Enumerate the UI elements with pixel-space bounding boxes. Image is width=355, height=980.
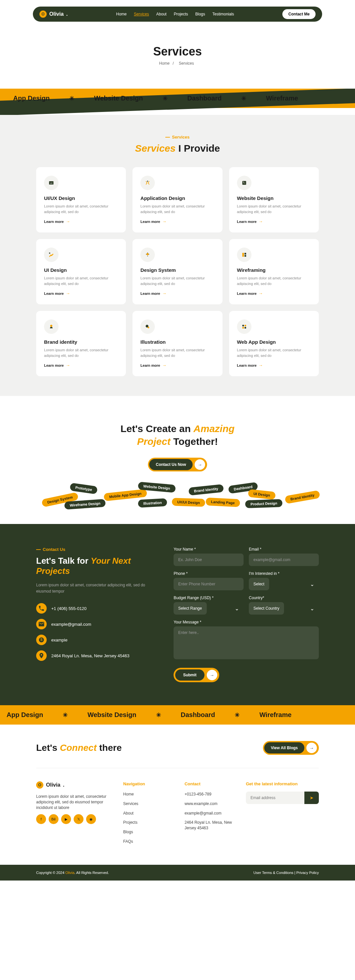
country-select[interactable]: Select Country [249, 602, 284, 615]
contact-desc: Lorem ipsum dolor sit amet, consectetur … [36, 582, 157, 595]
svg-point-13 [147, 327, 149, 328]
card-title: Web App Design [237, 339, 311, 345]
svg-rect-5 [243, 183, 245, 183]
footer-link[interactable]: +0123-456-789 [184, 792, 236, 797]
service-card: Wireframing Lorem ipsum dolor sit amet, … [229, 239, 319, 304]
main-nav: O Olivia. Home Services About Projects B… [33, 6, 322, 22]
twitter-icon[interactable]: 𝕏 [74, 814, 83, 824]
arrow-icon: → [162, 291, 166, 296]
learn-more-link[interactable]: Learn more → [237, 219, 311, 224]
card-title: Brand identity [44, 339, 118, 345]
nav-projects[interactable]: Projects [174, 12, 188, 16]
arrow-icon: → [259, 363, 263, 368]
footer-logo: OOlivia. [36, 781, 114, 789]
copyright-text: Copyright © 2024 Olivia. All Rights Rese… [36, 871, 109, 875]
arrow-icon: → [195, 459, 205, 470]
ribbon-item: Wireframe [266, 95, 298, 102]
email-input[interactable] [249, 554, 319, 566]
learn-more-link[interactable]: Learn more → [237, 363, 311, 368]
phone-icon [36, 603, 47, 614]
view-blogs-button[interactable]: View All Blogs → [263, 741, 319, 755]
interest-label: I'm Interested in * [249, 571, 319, 576]
footer-link[interactable]: www.example.com [184, 801, 236, 807]
learn-more-link[interactable]: Learn more → [140, 291, 214, 296]
arrow-icon: → [66, 291, 70, 296]
name-input[interactable] [174, 554, 243, 566]
instagram-icon[interactable]: ◉ [86, 814, 96, 824]
footer-navigation: Navigation Home Services About Projects … [123, 781, 175, 848]
facebook-icon[interactable]: f [36, 814, 46, 824]
contact-us-button[interactable]: Contact Us Now → [148, 458, 207, 471]
arrow-icon: → [259, 219, 263, 224]
star-icon: ✳ [63, 711, 68, 719]
crumb-sep: / [173, 61, 174, 66]
service-icon: UX [44, 176, 59, 190]
service-card: Brand identity Lorem ipsum dolor sit ame… [36, 311, 126, 376]
budget-select[interactable]: Select Range [174, 602, 207, 615]
footer-link[interactable]: Home [123, 792, 175, 797]
star-icon: ✳ [163, 95, 168, 102]
nav-about[interactable]: About [156, 12, 166, 16]
services-grid: UX UI/UX Design Lorem ipsum dolor sit am… [36, 167, 319, 376]
pill: UI Design [248, 489, 276, 500]
logo[interactable]: O Olivia. [40, 11, 68, 18]
pills-cloud: Design System Prototype Wireframe Design… [36, 481, 319, 511]
svg-rect-4 [243, 182, 244, 183]
footer-newsletter: Get the latest information ➤ [246, 781, 319, 848]
breadcrumb: Home / Services [0, 61, 355, 66]
submit-button[interactable]: Submit → [174, 668, 219, 682]
legal-links: User Terms & Conditions | Privacy Policy [253, 871, 319, 875]
ribbon-item: Website Design [94, 95, 143, 102]
contact-me-button[interactable]: Contact Me [282, 9, 315, 19]
footer-link[interactable]: FAQs [123, 839, 175, 845]
behance-icon[interactable]: Bē [49, 814, 59, 824]
card-title: UI/UX Design [44, 195, 118, 201]
footer-link[interactable]: Blogs [123, 829, 175, 835]
nav-links: Home Services About Projects Blogs Testi… [116, 12, 234, 16]
youtube-icon[interactable]: ▶ [61, 814, 71, 824]
footer-link[interactable]: example@gmail.com [184, 811, 236, 816]
learn-more-link[interactable]: Learn more → [140, 363, 214, 368]
brand-name: Olivia [49, 11, 64, 17]
nav-blogs[interactable]: Blogs [195, 12, 205, 16]
card-desc: Lorem ipsum dolor sit amet, consectetur … [237, 275, 311, 286]
service-icon [237, 248, 251, 262]
message-input[interactable] [174, 627, 319, 659]
footer-link[interactable]: About [123, 811, 175, 816]
footer-link[interactable]: Services [123, 801, 175, 807]
interest-select[interactable]: Select [249, 578, 269, 590]
pill: Product Design [245, 499, 283, 508]
nav-testimonials[interactable]: Testimonials [212, 12, 234, 16]
svg-text:S: S [40, 638, 43, 642]
service-card: UI Design Lorem ipsum dolor sit amet, co… [36, 239, 126, 304]
phone-input[interactable] [174, 578, 243, 590]
learn-more-link[interactable]: Learn more → [44, 219, 118, 224]
learn-more-link[interactable]: Learn more → [140, 219, 214, 224]
star-icon: ✳ [241, 95, 246, 102]
learn-more-link[interactable]: Learn more → [44, 363, 118, 368]
footer-address: 2464 Royal Ln. Mesa, New Jersey 45463 [184, 820, 236, 831]
star-icon: ✳ [156, 711, 161, 719]
svg-text:UX: UX [50, 182, 53, 184]
nav-home[interactable]: Home [116, 12, 126, 16]
newsletter-input[interactable] [246, 792, 304, 804]
arrow-icon: → [259, 291, 263, 296]
learn-more-link[interactable]: Learn more → [44, 291, 118, 296]
newsletter-submit[interactable]: ➤ [304, 792, 319, 804]
social-links: f Bē ▶ 𝕏 ◉ [36, 814, 114, 824]
pill: UX/UI Design [171, 498, 205, 507]
terms-link[interactable]: User Terms & Conditions [253, 871, 293, 875]
arrow-icon: → [162, 363, 166, 368]
arrow-icon: → [207, 670, 217, 680]
privacy-link[interactable]: Privacy Policy [296, 871, 319, 875]
logo-mark-icon: O [40, 11, 47, 18]
connect-title: Let's Connect there [36, 743, 122, 753]
learn-more-link[interactable]: Learn more → [237, 291, 311, 296]
footer-contact: Contact +0123-456-789 www.example.com ex… [184, 781, 236, 848]
service-icon [140, 320, 155, 334]
footer-link[interactable]: Projects [123, 820, 175, 826]
crumb-home[interactable]: Home [159, 61, 170, 66]
nav-services[interactable]: Services [134, 12, 149, 16]
contact-address: 2464 Royal Ln. Mesa, New Jersey 45463 [36, 651, 157, 661]
svg-rect-8 [242, 253, 244, 257]
